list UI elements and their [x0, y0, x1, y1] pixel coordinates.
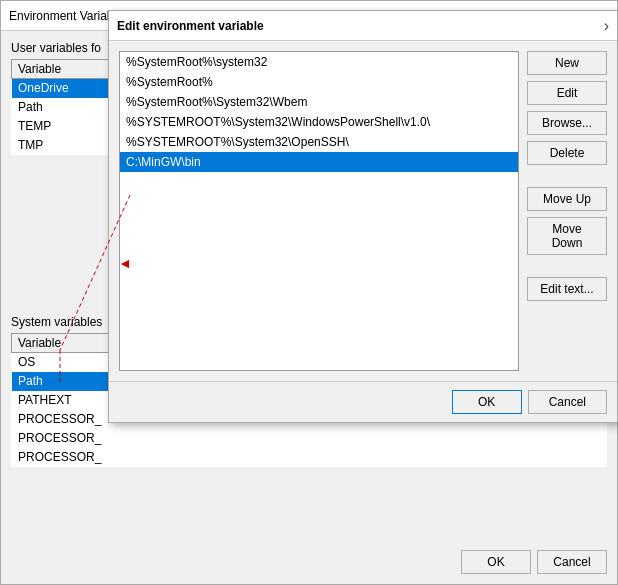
val-cell: [536, 429, 607, 448]
modal-titlebar: Edit environment variable ›: [109, 11, 617, 41]
move-up-button[interactable]: Move Up: [527, 187, 607, 211]
modal-body: %SystemRoot%\system32 %SystemRoot% %Syst…: [109, 41, 617, 381]
var-cell: PROCESSOR_: [12, 429, 536, 448]
modal-close-icon[interactable]: ›: [604, 17, 609, 35]
val-cell: [536, 448, 607, 467]
cancel-button[interactable]: Cancel: [528, 390, 607, 414]
edit-text-button[interactable]: Edit text...: [527, 277, 607, 301]
delete-button[interactable]: Delete: [527, 141, 607, 165]
edit-env-modal: Edit environment variable › %SystemRoot%…: [108, 10, 618, 423]
path-list[interactable]: %SystemRoot%\system32 %SystemRoot% %Syst…: [119, 51, 519, 371]
list-item[interactable]: %SYSTEMROOT%\System32\WindowsPowerShell\…: [120, 112, 518, 132]
var-cell: PROCESSOR_: [12, 448, 536, 467]
ok-button[interactable]: OK: [452, 390, 522, 414]
table-row[interactable]: PROCESSOR_: [12, 448, 607, 467]
list-item[interactable]: %SystemRoot%: [120, 72, 518, 92]
table-row[interactable]: PROCESSOR_: [12, 429, 607, 448]
browse-button[interactable]: Browse...: [527, 111, 607, 135]
bg-footer: OK Cancel: [461, 550, 607, 574]
edit-button[interactable]: Edit: [527, 81, 607, 105]
list-item[interactable]: %SystemRoot%\system32: [120, 52, 518, 72]
new-button[interactable]: New: [527, 51, 607, 75]
bg-cancel-button[interactable]: Cancel: [537, 550, 607, 574]
bg-ok-button[interactable]: OK: [461, 550, 531, 574]
list-item[interactable]: %SystemRoot%\System32\Wbem: [120, 92, 518, 112]
modal-footer: OK Cancel: [109, 381, 617, 422]
move-down-button[interactable]: Move Down: [527, 217, 607, 255]
list-item-selected[interactable]: C:\MinGW\bin: [120, 152, 518, 172]
list-item[interactable]: %SYSTEMROOT%\System32\OpenSSH\: [120, 132, 518, 152]
side-buttons: New Edit Browse... Delete Move Up Move D…: [527, 51, 607, 371]
modal-title: Edit environment variable: [117, 19, 264, 33]
